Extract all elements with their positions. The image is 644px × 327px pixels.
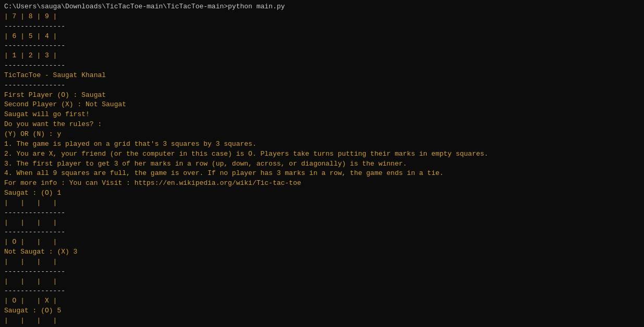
terminal-line: 2. You are X, your friend (or the comput… — [4, 149, 640, 159]
terminal-line: | 7 | 8 | 9 | — [4, 12, 640, 22]
terminal-line: First Player (O) : Saugat — [4, 91, 640, 100]
terminal-line: (Y) OR (N) : y — [4, 130, 640, 140]
terminal-line: --------------- — [4, 208, 640, 218]
terminal-line: --------------- — [4, 61, 640, 71]
terminal-line: | O | | X | — [4, 296, 640, 306]
terminal-line: | | | | — [4, 316, 640, 326]
terminal-line: 1. The game is played on a grid that's 3… — [4, 140, 640, 149]
terminal-line: | | | | — [4, 198, 640, 208]
terminal-line: Saugat will go first! — [4, 110, 640, 120]
terminal-line: Saugat : (O) 5 — [4, 306, 640, 316]
terminal-line: | 1 | 2 | 3 | — [4, 51, 640, 61]
terminal-line: Not Saugat : (X) 3 — [4, 247, 640, 257]
terminal-line: TicTacToe - Saugat Khanal — [4, 71, 640, 81]
terminal-line: Second Player (X) : Not Saugat — [4, 100, 640, 110]
terminal-line: | O | | | — [4, 237, 640, 247]
terminal-line: 4. When all 9 squares are full, the game… — [4, 169, 640, 179]
terminal-line: 3. The first player to get 3 of her mark… — [4, 159, 640, 169]
terminal-line: | | | | — [4, 277, 640, 287]
terminal-line: --------------- — [4, 228, 640, 237]
terminal-line: Do you want the rules? : — [4, 120, 640, 130]
terminal-window[interactable]: C:\Users\sauga\Downloads\TicTacToe-main\… — [0, 0, 644, 327]
terminal-line: | 6 | 5 | 4 | — [4, 32, 640, 42]
terminal-line: | | | | — [4, 257, 640, 267]
terminal-line: --------------- — [4, 41, 640, 51]
terminal-line: --------------- — [4, 81, 640, 91]
terminal-line: | | | | — [4, 218, 640, 228]
terminal-line: For more info : You can Visit : https://… — [4, 179, 640, 188]
terminal-line: --------------- — [4, 286, 640, 296]
terminal-line: --------------- — [4, 267, 640, 277]
terminal-line: C:\Users\sauga\Downloads\TicTacToe-main\… — [4, 2, 640, 12]
terminal-line: --------------- — [4, 22, 640, 32]
terminal-line: Saugat : (O) 1 — [4, 188, 640, 198]
